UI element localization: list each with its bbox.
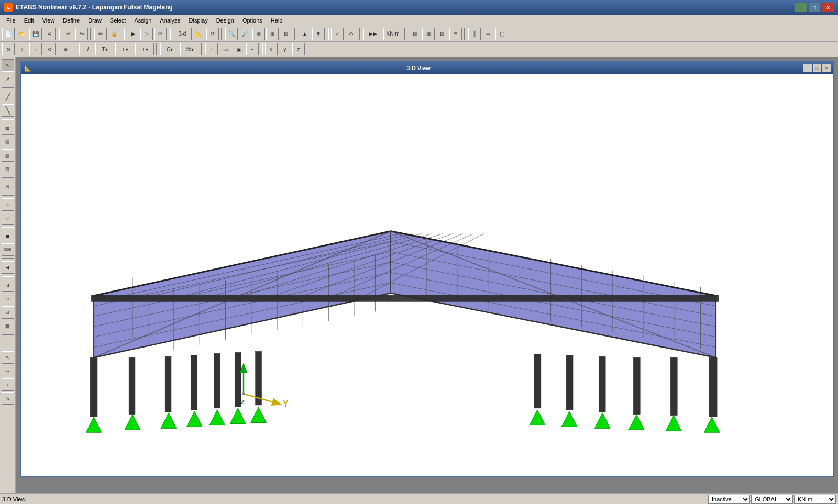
tb2-x[interactable]: x: [265, 43, 278, 55]
lt-move-ul[interactable]: ↖: [2, 351, 14, 364]
run-analysis-btn[interactable]: ▶▶: [363, 28, 382, 40]
refresh-btn[interactable]: ⟳: [206, 28, 219, 40]
tb2-shell[interactable]: ▣: [233, 43, 245, 55]
3d-view-content[interactable]: Y Z: [21, 74, 833, 476]
col-sep-btn[interactable]: ║: [468, 28, 481, 40]
lt-select[interactable]: ↗: [2, 73, 14, 85]
menu-item-assign[interactable]: Assign: [130, 16, 156, 25]
menu-item-options[interactable]: Options: [238, 16, 267, 25]
zoom-out-btn[interactable]: 🔎: [239, 28, 251, 40]
dim-btn[interactable]: ◫: [495, 28, 508, 40]
pointer-btn[interactable]: ▶: [127, 28, 139, 40]
lt-ps[interactable]: ps: [2, 293, 14, 305]
lt-move-v[interactable]: ↕: [2, 378, 14, 391]
tb2-link[interactable]: ⌐: [246, 43, 259, 55]
menu-item-edit[interactable]: Edit: [20, 16, 38, 25]
lock-btn[interactable]: 🔒: [108, 28, 120, 40]
lt-line2[interactable]: ╲: [2, 104, 14, 117]
lt-area1[interactable]: ▦: [2, 122, 14, 135]
lt-cross[interactable]: ✕: [2, 181, 14, 193]
lt-hatch[interactable]: ▦: [2, 320, 14, 332]
lt-type[interactable]: ⌨: [2, 243, 14, 256]
redo-btn[interactable]: ↪: [75, 28, 88, 40]
lt-cl[interactable]: cl: [2, 306, 14, 319]
lt-line[interactable]: ╱: [2, 91, 14, 103]
tb2-sel4[interactable]: ⟲: [43, 43, 56, 55]
copy-btn[interactable]: ⊟: [409, 28, 421, 40]
main-area: ↖ ↗ ╱ ╲ ▦ ▤ ▥ ▧ ✕ ▷ ▽ ≣ ⌨ ◀ all ps cl ▦ …: [0, 57, 838, 493]
inactive-dropdown[interactable]: Inactive Active: [708, 495, 750, 504]
menu-item-display[interactable]: Display: [185, 16, 212, 25]
undo-btn[interactable]: ↩: [62, 28, 74, 40]
lt-arrow-r[interactable]: ▷: [2, 198, 14, 211]
units-btn[interactable]: KN·m: [383, 28, 402, 40]
sep9: [404, 28, 406, 40]
3d-view-min[interactable]: —: [803, 64, 812, 72]
menu-item-design[interactable]: Design: [212, 16, 238, 25]
pan-up-btn[interactable]: ▲: [299, 28, 311, 40]
lt-area2[interactable]: ▤: [2, 136, 14, 148]
tb2-sel1[interactable]: ✕: [2, 43, 15, 55]
menu-item-view[interactable]: View: [38, 16, 59, 25]
lt-move-h[interactable]: ↔: [2, 365, 14, 377]
lt-all[interactable]: all: [2, 279, 14, 292]
close-button[interactable]: ✕: [822, 3, 834, 12]
global-dropdown[interactable]: GLOBAL LOCAL: [751, 495, 793, 504]
save-btn[interactable]: 💾: [29, 28, 42, 40]
tb2-y[interactable]: y: [279, 43, 291, 55]
array-btn[interactable]: ≡: [449, 28, 462, 40]
lt-list[interactable]: ≣: [2, 230, 14, 242]
tb2-frame[interactable]: ▭: [219, 43, 231, 55]
tb2-text[interactable]: I: [82, 43, 94, 55]
tb2-hdown[interactable]: ⌘▾: [180, 43, 199, 55]
zoom-prev-btn[interactable]: ⊟: [280, 28, 292, 40]
3d-view-window: 📐 3-D View — □ ✕: [20, 61, 834, 477]
tb2-sel2[interactable]: ↕: [16, 43, 28, 55]
paste-btn[interactable]: ⊞: [422, 28, 435, 40]
lt-pointer[interactable]: ↖: [2, 59, 14, 72]
row-sep-btn[interactable]: ═: [482, 28, 494, 40]
tb2-z[interactable]: z: [292, 43, 305, 55]
ptr3-btn[interactable]: ⟳: [154, 28, 167, 40]
menu-item-define[interactable]: Define: [59, 16, 84, 25]
open-btn[interactable]: 📂: [16, 28, 28, 40]
ptr2-btn[interactable]: ▷: [140, 28, 153, 40]
zoom-fit-btn[interactable]: ⊕: [252, 28, 265, 40]
menu-item-draw[interactable]: Draw: [84, 16, 106, 25]
3d-view-btn[interactable]: 3-d: [173, 28, 192, 40]
settings-btn[interactable]: ⚙: [345, 28, 357, 40]
3d-view-close[interactable]: ✕: [822, 64, 831, 72]
tb2-sel3[interactable]: ↔: [29, 43, 42, 55]
sep13: [201, 43, 203, 55]
menu-item-help[interactable]: Help: [267, 16, 287, 25]
zoom-in-btn[interactable]: 🔍: [225, 28, 238, 40]
print-btn[interactable]: 🖨: [43, 28, 56, 40]
units-dropdown[interactable]: KN-m KN-cm N-mm: [794, 495, 836, 504]
lt-collapse[interactable]: ◀: [2, 261, 14, 274]
tb2-botdown[interactable]: ⊥▾: [135, 43, 154, 55]
zoom-win-btn[interactable]: ⊞: [266, 28, 279, 40]
menu-item-analyze[interactable]: Analyze: [156, 16, 184, 25]
tb2-node[interactable]: ◦: [205, 43, 218, 55]
tb2-group[interactable]: ≡: [57, 43, 75, 55]
lt-move-dr[interactable]: ↘: [2, 392, 14, 405]
maximize-button[interactable]: □: [809, 3, 820, 12]
lt-area3[interactable]: ▥: [2, 149, 14, 162]
lt-area4[interactable]: ▧: [2, 163, 14, 175]
svg-rect-58: [391, 295, 719, 302]
minimize-button[interactable]: —: [795, 3, 807, 12]
mirror-btn[interactable]: ⊟: [436, 28, 448, 40]
tb2-topdown[interactable]: ⊤▾: [115, 43, 134, 55]
new-btn[interactable]: 📄: [2, 28, 15, 40]
lt-arrow-d[interactable]: ▽: [2, 212, 14, 225]
lt-move-l[interactable]: ←: [2, 338, 14, 350]
tb2-tdown[interactable]: T▾: [95, 43, 114, 55]
persp-btn[interactable]: 📐: [193, 28, 205, 40]
pan-down-btn[interactable]: ▼: [312, 28, 325, 40]
draw-btn[interactable]: ✏: [94, 28, 107, 40]
menu-item-select[interactable]: Select: [106, 16, 130, 25]
3d-view-max[interactable]: □: [813, 64, 821, 72]
select-check-btn[interactable]: ✓: [331, 28, 344, 40]
tb2-cdown[interactable]: C▾: [160, 43, 179, 55]
menu-item-file[interactable]: File: [2, 16, 20, 25]
